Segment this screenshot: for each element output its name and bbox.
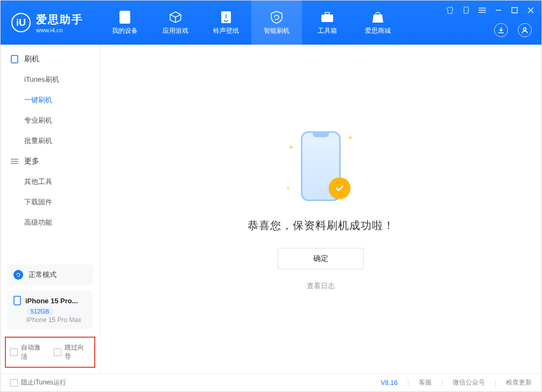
device-name: iPhone 15 Pro...: [25, 297, 78, 305]
sparkle-icon: ✦: [347, 133, 354, 142]
svg-rect-13: [11, 55, 18, 63]
sparkle-icon: ✦: [288, 143, 294, 152]
highlighted-options: 自动激活 跳过向导: [5, 337, 95, 368]
refresh-shield-icon: [270, 10, 284, 24]
view-log-link[interactable]: 查看日志: [307, 281, 335, 291]
tab-apps[interactable]: 应用游戏: [150, 1, 201, 45]
svg-point-12: [524, 28, 526, 31]
list-icon: [10, 157, 19, 166]
header-actions: [494, 23, 532, 37]
cube-icon: [168, 10, 182, 24]
nav-tabs: 我的设备 应用游戏 铃声壁纸 智能刷机 工具箱 爱思商城: [100, 1, 403, 45]
sidebar-item-download-firmware[interactable]: 下载固件: [1, 192, 100, 212]
close-button[interactable]: [526, 6, 535, 15]
tab-my-device[interactable]: 我的设备: [100, 1, 150, 45]
checkbox-auto-activate[interactable]: 自动激活: [10, 343, 46, 361]
body: 刷机 iTunes刷机 一键刷机 专业刷机 批量刷机 更多 其他工具 下载固件 …: [1, 45, 541, 373]
sidebar-item-itunes-flash[interactable]: iTunes刷机: [1, 69, 100, 90]
toolbox-icon: [320, 10, 334, 24]
checkbox-skip-wizard[interactable]: 跳过向导: [54, 343, 90, 361]
refresh-dot-icon: [13, 270, 23, 280]
device-info-box[interactable]: iPhone 15 Pro... 512GB iPhone 15 Pro Max: [7, 290, 93, 329]
tablet-icon: [10, 55, 19, 63]
svg-rect-0: [119, 11, 130, 24]
success-badge-icon: [329, 177, 350, 199]
support-link[interactable]: 客服: [419, 378, 432, 387]
app-window: iU 爱思助手 www.i4.cn 我的设备 应用游戏 铃声壁纸 智能刷机: [0, 0, 542, 392]
download-icon[interactable]: [494, 23, 508, 37]
sparkle-icon: ✦: [286, 186, 290, 191]
tab-toolbox[interactable]: 工具箱: [302, 1, 353, 45]
sidebar-item-other-tools[interactable]: 其他工具: [1, 172, 100, 192]
device-mode-status[interactable]: 正常模式: [7, 265, 93, 285]
sidebar-item-oneclick-flash[interactable]: 一键刷机: [1, 90, 100, 110]
tab-smart-flash[interactable]: 智能刷机: [251, 1, 302, 45]
svg-rect-3: [325, 12, 329, 15]
sidebar-item-pro-flash[interactable]: 专业刷机: [1, 110, 100, 131]
wechat-link[interactable]: 微信公众号: [453, 378, 485, 387]
confirm-button[interactable]: 确定: [278, 248, 364, 269]
header: iU 爱思助手 www.i4.cn 我的设备 应用游戏 铃声壁纸 智能刷机: [1, 1, 541, 45]
logo-area: iU 爱思助手 www.i4.cn: [1, 12, 94, 33]
checkbox-icon: [10, 348, 18, 356]
success-illustration: ✦ ✦ ✦: [286, 127, 356, 208]
device-capacity-pill: 512GB: [26, 308, 53, 315]
skin-icon[interactable]: [446, 6, 454, 15]
main-content: ✦ ✦ ✦ 恭喜您，保资料刷机成功啦！ 确定 查看日志: [100, 45, 541, 373]
tab-store[interactable]: 爱思商城: [353, 1, 403, 45]
check-update-link[interactable]: 检查更新: [506, 378, 532, 387]
success-message: 恭喜您，保资料刷机成功啦！: [248, 218, 395, 233]
device-full-name: iPhone 15 Pro Max: [26, 316, 87, 324]
sidebar: 刷机 iTunes刷机 一键刷机 专业刷机 批量刷机 更多 其他工具 下载固件 …: [1, 45, 100, 373]
svg-rect-2: [321, 15, 333, 22]
tab-ringtones[interactable]: 铃声壁纸: [201, 1, 251, 45]
svg-rect-9: [512, 8, 517, 13]
bag-icon: [371, 10, 385, 24]
maximize-button[interactable]: [510, 6, 519, 15]
device-icon: [118, 10, 132, 24]
app-logo-icon: iU: [11, 13, 31, 32]
logo-text: 爱思助手 www.i4.cn: [36, 12, 83, 33]
app-url: www.i4.cn: [36, 27, 83, 33]
user-icon[interactable]: [518, 23, 532, 37]
svg-rect-4: [464, 7, 468, 13]
sidebar-group-flash[interactable]: 刷机: [1, 49, 100, 69]
minimize-button[interactable]: [494, 6, 503, 15]
phone-small-icon[interactable]: [462, 6, 470, 15]
sidebar-item-batch-flash[interactable]: 批量刷机: [1, 131, 100, 151]
app-title: 爱思助手: [36, 12, 83, 27]
sidebar-group-more[interactable]: 更多: [1, 151, 100, 172]
sidebar-item-advanced[interactable]: 高级功能: [1, 212, 100, 233]
checkbox-icon: [54, 348, 61, 356]
phone-icon: [13, 296, 21, 305]
footer: 阻止iTunes运行 V8.16 | 客服 | 微信公众号 | 检查更新: [1, 373, 541, 391]
svg-rect-17: [14, 296, 20, 305]
checkbox-block-itunes[interactable]: 阻止iTunes运行: [10, 378, 66, 387]
menu-icon[interactable]: [478, 6, 487, 15]
music-icon: [219, 10, 233, 24]
window-controls: [446, 6, 535, 15]
version-label: V8.16: [381, 379, 397, 387]
checkbox-icon: [10, 379, 18, 387]
